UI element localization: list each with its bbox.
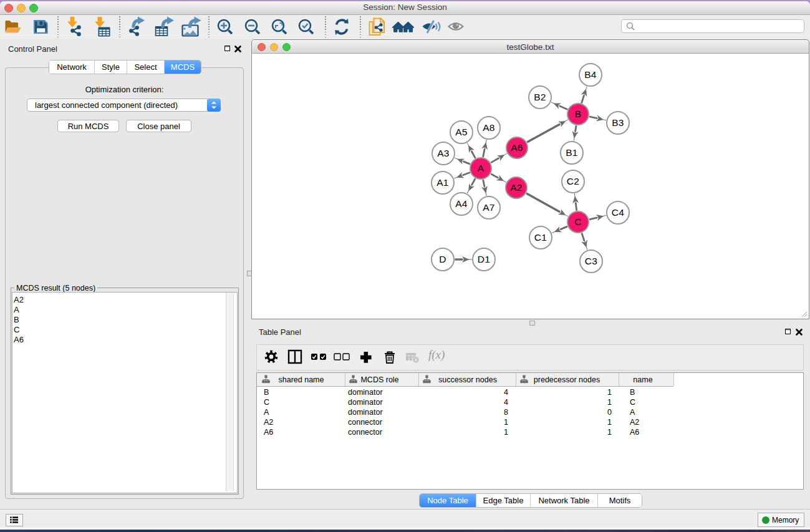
svg-text:B3: B3: [612, 117, 624, 128]
svg-text:C: C: [574, 216, 582, 227]
svg-text:B4: B4: [584, 69, 597, 80]
svg-text:C4: C4: [612, 207, 624, 218]
svg-text:C2: C2: [567, 176, 579, 186]
svg-text:A4: A4: [455, 198, 468, 209]
svg-text:B1: B1: [566, 147, 578, 158]
svg-text:A3: A3: [437, 148, 450, 158]
svg-text:C3: C3: [585, 256, 597, 266]
svg-text:A8: A8: [483, 122, 495, 133]
svg-text:A2: A2: [510, 182, 523, 193]
svg-text:D: D: [439, 254, 446, 264]
svg-text:A6: A6: [511, 142, 523, 153]
svg-text:B2: B2: [534, 92, 546, 102]
svg-text:A: A: [478, 163, 485, 173]
svg-text:A7: A7: [483, 202, 495, 213]
svg-text:D1: D1: [478, 254, 490, 264]
svg-text:A5: A5: [455, 127, 468, 137]
svg-text:B: B: [575, 109, 582, 119]
svg-text:A1: A1: [436, 177, 449, 188]
svg-text:C1: C1: [534, 232, 547, 243]
